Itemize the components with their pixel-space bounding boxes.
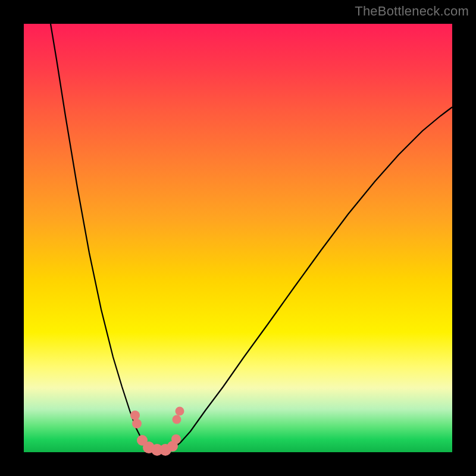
left-curve <box>51 24 151 451</box>
curves-svg <box>24 24 452 452</box>
plot-area <box>24 24 452 452</box>
right-curve <box>170 107 452 451</box>
chart-frame: TheBottleneck.com <box>0 0 476 476</box>
watermark-text: TheBottleneck.com <box>355 4 469 19</box>
